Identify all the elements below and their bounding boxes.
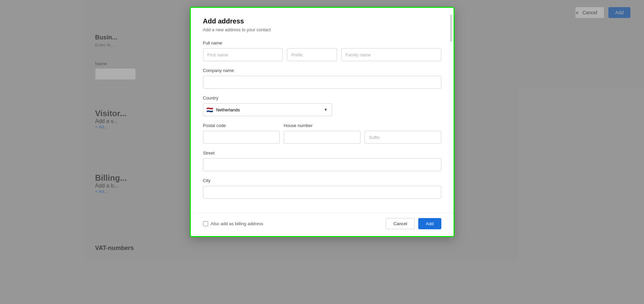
first-name-field[interactable] [203,48,283,61]
also-billing-checkbox[interactable] [203,221,208,226]
modal-title: Add address [203,17,441,25]
cancel-button[interactable]: Cancel [386,218,415,229]
company-name-label: Company name [203,68,441,73]
full-name-label: Full name [203,40,441,46]
company-name-input[interactable] [203,76,441,89]
postal-code-group: Postal code [203,123,280,144]
country-group: Country 🇳🇱 Netherlands Germany France Be… [203,95,441,116]
street-label: Street [203,150,441,156]
postal-code-label: Postal code [203,123,280,128]
postal-house-row: Postal code House number [203,123,441,144]
add-button[interactable]: Add [418,218,441,229]
modal-footer: Also add as billing address Cancel Add [191,212,454,236]
house-number-input[interactable] [284,131,361,144]
modal-subtitle: Add a new address to your contact [203,27,441,32]
modal-body: Add address Add a new address to your co… [191,8,454,212]
footer-buttons: Cancel Add [386,218,441,229]
suffix-group [365,123,441,144]
add-address-modal: Add address Add a new address to your co… [190,7,455,237]
full-name-row [203,48,441,61]
street-group: Street [203,150,441,171]
prefix-field[interactable] [287,48,337,61]
city-group: City [203,178,441,199]
postal-code-input[interactable] [203,131,280,144]
country-label: Country [203,95,441,101]
family-name-input[interactable] [341,48,441,61]
first-name-input[interactable] [203,48,283,61]
company-name-group: Company name [203,68,441,89]
modal-overlay: Add address Add a new address to your co… [0,0,644,304]
country-select-wrapper[interactable]: 🇳🇱 Netherlands Germany France Belgium ▼ [203,103,332,116]
suffix-input[interactable] [365,131,441,144]
house-number-group: House number [284,123,361,144]
country-select[interactable]: Netherlands Germany France Belgium [203,103,332,116]
also-billing-label: Also add as billing address [211,221,263,226]
also-billing-wrapper: Also add as billing address [203,221,263,226]
prefix-input[interactable] [287,48,337,61]
house-number-label: House number [284,123,361,128]
street-input[interactable] [203,158,441,171]
scroll-indicator [450,15,452,42]
city-label: City [203,178,441,183]
city-input[interactable] [203,186,441,199]
family-name-field[interactable] [341,48,441,61]
